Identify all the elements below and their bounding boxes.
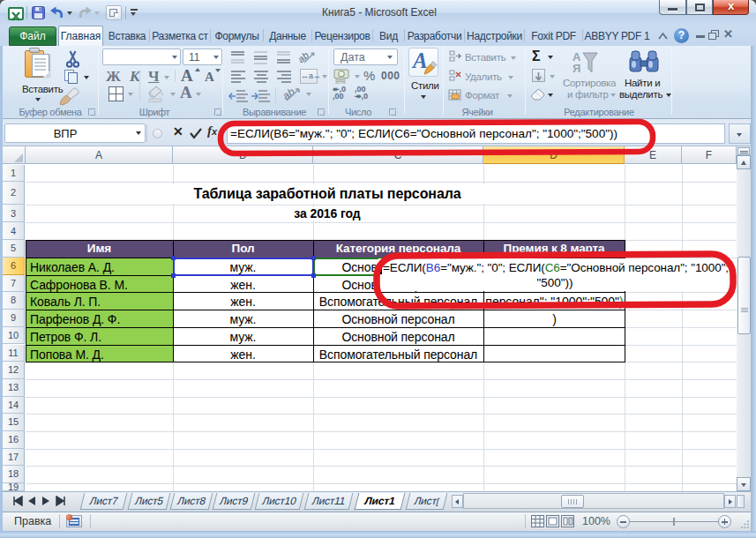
svg-text:ab: ab	[283, 86, 297, 102]
svg-text:Я: Я	[573, 62, 580, 75]
